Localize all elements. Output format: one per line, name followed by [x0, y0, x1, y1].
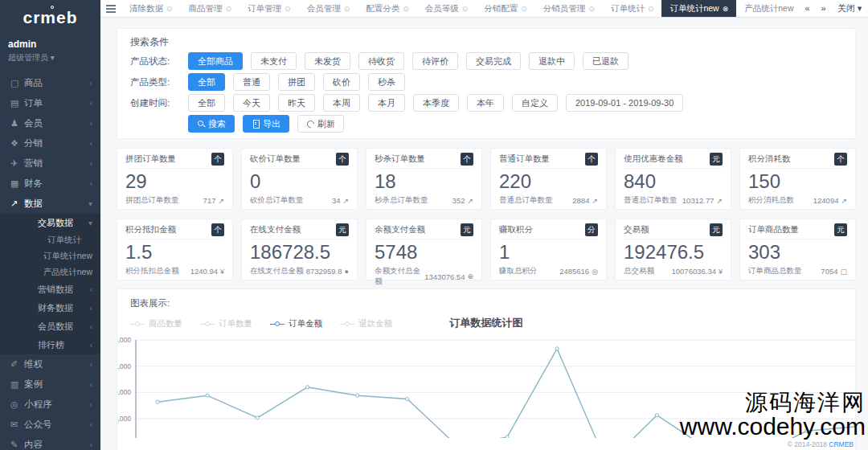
filter-option-button[interactable]: 交易完成: [466, 52, 521, 70]
filter-option-button[interactable]: 昨天: [278, 94, 315, 112]
filter-option-button[interactable]: 全部: [188, 94, 225, 112]
filter-option-button[interactable]: 拼团: [278, 73, 315, 91]
sidebar-item[interactable]: ◎ 小程序 ‹: [0, 395, 100, 415]
scroll-tabs-right-icon[interactable]: »: [821, 4, 826, 13]
sidebar-item[interactable]: ▢ 商品 ‹: [0, 73, 100, 93]
legend-item[interactable]: 订单数量: [200, 318, 252, 329]
sidebar-item[interactable]: 会员数据 ‹: [0, 317, 100, 336]
action-button[interactable]: 导出: [243, 115, 289, 133]
tab-close-icon[interactable]: ⊙: [226, 5, 232, 13]
mini-chart-icon[interactable]: ↗: [342, 197, 349, 205]
user-role-dropdown[interactable]: 超级管理员 ▾: [8, 52, 100, 63]
stat-card-footer: 普通总订单数量 10312.77 ↗: [624, 195, 723, 206]
stat-card-footer-value: 2485616: [559, 267, 589, 276]
stat-card-footer: 秒杀总订单数量 352 ↗: [375, 195, 473, 206]
filter-option-button[interactable]: 本周: [323, 94, 360, 112]
filter-option-button[interactable]: 未发货: [305, 52, 350, 70]
page-tab[interactable]: 清除数据 ⊙: [121, 0, 181, 17]
sidebar-item[interactable]: ▦ 财务 ‹: [0, 174, 100, 194]
stat-card-footer: 普通总订单数量 2884 ↗: [499, 195, 598, 206]
mini-chart-icon[interactable]: ↗: [218, 197, 224, 205]
filter-option-button[interactable]: 2019-09-01 - 2019-09-30: [566, 94, 683, 112]
sidebar-item[interactable]: 订单统计: [0, 232, 100, 248]
sidebar-item[interactable]: ❖ 分销 ‹: [0, 133, 100, 153]
tab-close-icon[interactable]: ⊙: [285, 5, 291, 13]
page-tab[interactable]: 订单统计new ⊗: [661, 0, 736, 17]
sidebar-item[interactable]: ▤ 订单 ‹: [0, 93, 100, 113]
tab-tools: « » 关闭 ▾ ↶ ↻ + 72 ▦: [795, 0, 868, 17]
mini-chart-icon[interactable]: ¥: [220, 268, 224, 276]
sidebar-item[interactable]: 交易数据 ▾: [0, 214, 100, 232]
hamburger-icon[interactable]: [100, 0, 121, 17]
filter-option-button[interactable]: 未支付: [251, 52, 297, 70]
page-tab[interactable]: 会员等级 ⊙: [417, 0, 477, 17]
tab-close-icon[interactable]: ⊙: [648, 5, 654, 13]
filter-option-button[interactable]: 待评价: [412, 52, 458, 70]
stat-card-value: 303: [748, 240, 847, 264]
tab-close-icon[interactable]: ⊙: [403, 5, 409, 13]
page-tab[interactable]: 订单统计 ⊙: [603, 0, 662, 17]
filter-option-button[interactable]: 待收货: [358, 52, 404, 70]
filter-option-button[interactable]: 本月: [368, 94, 405, 112]
mini-chart-icon[interactable]: ↗: [467, 197, 473, 205]
sidebar-item[interactable]: ✈ 营销 ‹: [0, 153, 100, 174]
legend-item[interactable]: 退款金额: [340, 318, 392, 329]
stat-card-footer: 总交易额 10076036.34 ¥: [624, 266, 723, 276]
filter-option-button[interactable]: 自定义: [512, 94, 558, 112]
filter-option-button[interactable]: 本年: [467, 94, 504, 112]
sidebar-item[interactable]: 排行榜 ‹: [0, 336, 100, 354]
mini-chart-icon[interactable]: ●: [345, 268, 349, 276]
action-button[interactable]: 刷新: [297, 115, 344, 133]
tab-close-icon[interactable]: ⊙: [588, 5, 595, 13]
filter-option-button[interactable]: 全部商品: [188, 52, 243, 70]
legend-item[interactable]: 商品数量: [130, 318, 182, 329]
mini-chart-icon[interactable]: ⊕: [467, 272, 473, 280]
filter-option-button[interactable]: 今天: [233, 94, 270, 112]
tab-close-icon[interactable]: ⊙: [521, 5, 527, 13]
sidebar-item[interactable]: 财务数据 ‹: [0, 299, 100, 317]
sidebar-item[interactable]: ✎ 内容 ‹: [0, 435, 100, 450]
filter-option-button[interactable]: 本季度: [413, 94, 459, 112]
page-tab[interactable]: 分销员管理 ⊙: [535, 0, 603, 17]
sidebar-item[interactable]: ▥ 案例 ‹: [0, 374, 100, 395]
mini-chart-icon[interactable]: ▢: [840, 268, 847, 276]
mini-chart-icon[interactable]: ↗: [841, 197, 847, 205]
sidebar-item[interactable]: ✐ 维权 ‹: [0, 354, 100, 374]
page-tab[interactable]: 会员管理 ⊙: [299, 0, 358, 17]
tab-close-icon[interactable]: ⊙: [462, 5, 469, 13]
page-tab[interactable]: 产品统计new ⊙: [736, 0, 795, 17]
search-conditions-title: 搜索条件: [130, 35, 842, 49]
action-button[interactable]: 搜索: [188, 115, 235, 133]
mini-chart-icon[interactable]: ↗: [592, 197, 598, 205]
page-tab[interactable]: 配置分类 ⊙: [358, 0, 417, 17]
filter-option-button[interactable]: 已退款: [583, 52, 628, 70]
tab-close-icon[interactable]: ⊙: [344, 5, 350, 13]
sidebar-item[interactable]: 营销数据 ‹: [0, 280, 100, 299]
sidebar-item[interactable]: ↗ 数据 ▾: [0, 194, 100, 214]
mini-chart-icon[interactable]: ¥: [719, 268, 723, 276]
stat-card-footer-value: 124094: [813, 196, 839, 205]
filter-option-button[interactable]: 秒杀: [368, 73, 405, 91]
page-tab[interactable]: 订单管理 ⊙: [240, 0, 299, 17]
filter-option-button[interactable]: 普通: [233, 73, 270, 91]
sidebar-item[interactable]: ♟ 会员 ‹: [0, 113, 100, 133]
page-tab[interactable]: 分销配置 ⊙: [476, 0, 535, 17]
sidebar-item[interactable]: 产品统计new: [0, 264, 100, 280]
filter-option-button[interactable]: 全部: [188, 73, 225, 91]
sidebar-item[interactable]: 订单统计new: [0, 248, 100, 264]
filter-option-button[interactable]: 退款中: [529, 52, 575, 70]
scroll-tabs-left-icon[interactable]: «: [805, 4, 809, 13]
mini-chart-icon[interactable]: ◎: [592, 268, 598, 276]
tab-close-icon[interactable]: ⊙: [166, 5, 173, 13]
filter-option-button[interactable]: 砍价: [323, 73, 360, 91]
stat-card-title: 秒杀订单数量: [375, 153, 425, 165]
mini-chart-icon[interactable]: ↗: [716, 197, 723, 205]
stat-card-footer-label: 积分消耗总数: [748, 195, 794, 206]
tab-close-icon[interactable]: ⊗: [723, 5, 729, 13]
page-tab[interactable]: 商品管理 ⊙: [181, 0, 240, 17]
close-tabs-dropdown[interactable]: 关闭 ▾: [837, 4, 862, 13]
legend-item[interactable]: 订单金额: [270, 318, 322, 329]
crmeb-link[interactable]: CRMEB: [829, 440, 854, 448]
filter-row-product-status: 产品状态: 全部商品 未支付 未发货 待收货 待评价 交易完成 退款中: [130, 52, 842, 70]
sidebar-item[interactable]: ✉ 公众号 ‹: [0, 415, 100, 435]
